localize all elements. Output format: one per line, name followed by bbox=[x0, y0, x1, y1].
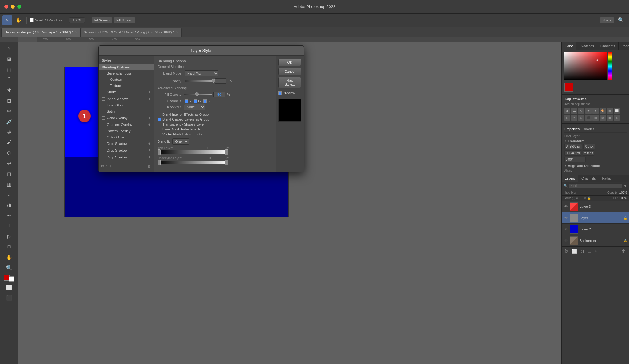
texture-checkbox[interactable] bbox=[105, 84, 108, 87]
scroll-all-windows-label[interactable]: Scroll All Windows bbox=[30, 18, 63, 22]
opacity-slider[interactable] bbox=[185, 80, 212, 82]
stroke-item[interactable]: Stroke + bbox=[99, 89, 154, 95]
color-tab[interactable]: Color bbox=[562, 42, 576, 50]
blend-clipped-checkbox[interactable] bbox=[158, 118, 161, 121]
edit-in-quick-mask-icon[interactable]: ⬜ bbox=[4, 282, 14, 292]
bevel-emboss-checkbox[interactable] bbox=[102, 72, 105, 75]
texture-item[interactable]: Texture bbox=[99, 83, 154, 89]
opacity-strip[interactable] bbox=[613, 52, 617, 80]
marquee-tool[interactable]: ⬚ bbox=[4, 64, 14, 74]
lock-transparent-icon[interactable]: ⬚ bbox=[572, 196, 575, 200]
color-gradient-picker[interactable] bbox=[564, 52, 607, 80]
exposure-icon[interactable]: ☀ bbox=[585, 108, 592, 114]
maximize-button[interactable] bbox=[17, 5, 21, 9]
selective-color-icon[interactable]: ◈ bbox=[614, 115, 620, 121]
this-layer-left-thumb[interactable] bbox=[158, 149, 161, 155]
satin-item[interactable]: Satin bbox=[99, 108, 154, 114]
drop-shadow-1-checkbox[interactable] bbox=[102, 142, 105, 145]
blend-mode-select[interactable]: Hard Mix bbox=[185, 70, 218, 76]
quick-select-tool[interactable]: ✱ bbox=[4, 85, 14, 95]
text-tool[interactable]: T bbox=[4, 221, 14, 231]
layers-filter-icon[interactable]: ▼ bbox=[623, 184, 627, 188]
crop-tool[interactable]: ⊡ bbox=[4, 96, 14, 106]
height-field[interactable]: H 1707 px bbox=[564, 150, 581, 156]
fit-screen-button[interactable]: Fit Screen bbox=[92, 17, 112, 23]
fx-icon[interactable]: fx bbox=[101, 164, 104, 168]
preview-checkbox[interactable] bbox=[278, 91, 282, 95]
main-color-swatch[interactable] bbox=[564, 83, 573, 92]
change-screen-mode-icon[interactable]: ⬛ bbox=[4, 293, 14, 303]
angle-field[interactable]: 0.00° bbox=[564, 157, 586, 162]
ok-button[interactable]: OK bbox=[278, 59, 301, 66]
lock-pixels-icon[interactable]: ✏ bbox=[576, 196, 579, 200]
channel-g-checkbox[interactable] bbox=[194, 99, 197, 103]
minimize-button[interactable] bbox=[11, 5, 15, 9]
satin-checkbox[interactable] bbox=[102, 110, 105, 113]
gradient-map-icon[interactable]: ▦ bbox=[607, 115, 613, 121]
layers-kind-filter[interactable] bbox=[569, 183, 622, 188]
gradient-overlay-add-icon[interactable]: + bbox=[148, 122, 150, 127]
dodge-tool[interactable]: ◑ bbox=[4, 200, 14, 210]
drop-shadow-1-item[interactable]: Drop Shadow + bbox=[99, 140, 154, 147]
share-button[interactable]: Share bbox=[600, 17, 614, 23]
drop-shadow-2-add-icon[interactable]: + bbox=[148, 148, 150, 153]
move-tool[interactable]: ↖ bbox=[4, 44, 14, 53]
tab-blending-modes[interactable]: blending modes.psd @ 66.7% (Layer 1, RGB… bbox=[1, 28, 81, 37]
lock-all-icon[interactable]: 🔒 bbox=[587, 196, 591, 200]
delete-layer-button[interactable]: 🗑 bbox=[620, 248, 627, 254]
blend-mode-display[interactable]: Hard Mix bbox=[564, 191, 576, 194]
lock-position-icon[interactable]: ✛ bbox=[580, 196, 582, 200]
layer-item-background[interactable]: 👁 Background 🔒 bbox=[562, 235, 629, 246]
layer-item-layer2[interactable]: 👁 Layer 2 bbox=[562, 224, 629, 235]
channel-mixer-icon[interactable]: ≡ bbox=[571, 115, 577, 121]
color-lookup-icon[interactable]: □ bbox=[578, 115, 584, 121]
knockout-select[interactable]: None bbox=[184, 104, 205, 110]
zoom-input[interactable] bbox=[69, 17, 85, 23]
libraries-tab[interactable]: Libraries bbox=[581, 126, 594, 132]
adjustment-layer-button[interactable]: ◑ bbox=[580, 248, 586, 254]
hue-strip[interactable] bbox=[608, 52, 612, 80]
levels-icon[interactable]: ▬ bbox=[571, 108, 577, 114]
opacity-slider-thumb[interactable] bbox=[212, 79, 215, 83]
close-button[interactable] bbox=[4, 5, 8, 9]
inner-glow-checkbox[interactable] bbox=[102, 104, 105, 107]
blend-if-select[interactable]: Gray bbox=[172, 138, 189, 145]
channel-b-checkbox[interactable] bbox=[203, 99, 207, 103]
eyedropper-tool[interactable]: 💉 bbox=[4, 117, 14, 126]
background-color-swatch[interactable] bbox=[9, 276, 14, 282]
hand-tool-icon[interactable]: ✋ bbox=[14, 15, 23, 25]
drop-shadow-3-item[interactable]: Drop Shadow + bbox=[99, 154, 154, 161]
tab-blending-modes-close[interactable]: ✕ bbox=[75, 31, 77, 34]
lasso-tool[interactable]: ⌒ bbox=[4, 75, 14, 85]
cancel-button[interactable]: Cancel bbox=[278, 68, 301, 75]
delete-icon[interactable]: 🗑 bbox=[147, 164, 151, 168]
outer-glow-item[interactable]: Outer Glow bbox=[99, 134, 154, 140]
underlying-layer-left-thumb[interactable] bbox=[158, 160, 161, 165]
drop-shadow-2-item[interactable]: Drop Shadow + bbox=[99, 147, 154, 154]
inner-shadow-checkbox[interactable] bbox=[102, 97, 105, 101]
properties-tab[interactable]: Properties bbox=[564, 126, 580, 132]
transparency-shapes-checkbox[interactable] bbox=[158, 123, 161, 126]
hue-sat-icon[interactable]: 🎨 bbox=[600, 108, 606, 114]
x-field[interactable]: X 0 px bbox=[583, 144, 595, 149]
blend-interior-checkbox[interactable] bbox=[158, 113, 161, 116]
artboard-tool[interactable]: ⊞ bbox=[4, 54, 14, 64]
color-dot[interactable] bbox=[596, 59, 598, 61]
underlying-layer-right-thumb[interactable] bbox=[225, 160, 228, 165]
fill-screen-button[interactable]: Fill Screen bbox=[114, 17, 135, 23]
opacity-display-value[interactable]: 100% bbox=[619, 191, 627, 194]
drop-shadow-3-checkbox[interactable] bbox=[102, 156, 105, 159]
paths-tab[interactable]: Paths bbox=[599, 175, 614, 182]
stroke-add-icon[interactable]: + bbox=[148, 90, 150, 94]
layer-item-layer3[interactable]: 👁 Layer 3 bbox=[562, 201, 629, 212]
bevel-emboss-item[interactable]: Bevel & Emboss bbox=[99, 70, 154, 76]
pattern-overlay-item[interactable]: Pattern Overlay bbox=[99, 128, 154, 134]
path-select-tool[interactable]: ▷ bbox=[4, 231, 14, 241]
drop-shadow-3-add-icon[interactable]: + bbox=[148, 155, 150, 159]
eraser-tool[interactable]: ◻ bbox=[4, 169, 14, 179]
new-layer-button[interactable]: + bbox=[593, 248, 598, 254]
gradient-tool[interactable]: ▦ bbox=[4, 179, 14, 189]
lock-artboard-icon[interactable]: ⊞ bbox=[584, 196, 586, 200]
brush-tool[interactable]: 🖌 bbox=[4, 137, 14, 147]
tab-screenshot-close[interactable]: ✕ bbox=[176, 31, 178, 34]
